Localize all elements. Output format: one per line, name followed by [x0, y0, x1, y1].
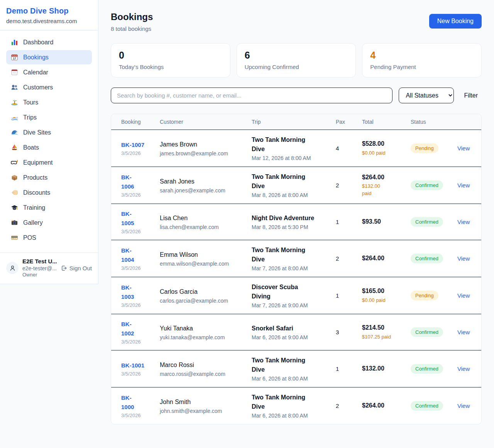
- booking-date: 3/5/2026: [121, 150, 147, 156]
- booking-id-link[interactable]: BK-1006: [121, 173, 134, 191]
- booking-date: 3/5/2026: [121, 192, 147, 198]
- main-content: Bookings 8 total bookings New Booking 0 …: [98, 0, 494, 437]
- booking-date: 3/5/2026: [121, 229, 147, 234]
- sidebar-item-label: Training: [23, 204, 45, 211]
- sidebar-item-pos[interactable]: POS: [6, 231, 92, 245]
- status-badge: Confirmed: [411, 180, 443, 190]
- paid-amount: $132.00paid: [362, 183, 398, 197]
- sidebar-item-label: Calendar: [23, 69, 48, 76]
- booking-id-link[interactable]: BK-1005: [121, 209, 134, 228]
- user-name: E2E Test U...: [22, 258, 57, 265]
- speedboat-icon: [11, 114, 18, 121]
- status-badge: Confirmed: [411, 401, 443, 411]
- column-header-booking: Booking: [111, 114, 154, 130]
- total-amount: $93.50: [362, 217, 398, 226]
- pax-count: 2: [330, 167, 356, 204]
- sidebar-item-calendar[interactable]: Calendar: [6, 65, 92, 79]
- credit-card-icon: [11, 234, 18, 241]
- sidebar-header: Demo Dive Shop demo.test.divestreams.com: [0, 0, 98, 30]
- trip-name: Two Tank MorningDive: [252, 246, 323, 264]
- paid-amount: $0.00 paid: [362, 150, 398, 157]
- trip-name: Night Dive Adventure: [252, 214, 323, 223]
- customer-email: lisa.chen@example.com: [160, 224, 239, 230]
- search-input[interactable]: [111, 88, 392, 103]
- column-header-actions: [451, 114, 481, 130]
- table-row: BK-1003 3/5/2026 Carlos Garcia carlos.ga…: [111, 277, 481, 314]
- filter-button[interactable]: Filter: [460, 92, 482, 99]
- status-badge: Confirmed: [411, 327, 443, 337]
- pax-count: 1: [330, 350, 356, 387]
- sidebar-item-label: POS: [23, 234, 36, 241]
- customer-name: James Brown: [160, 140, 239, 149]
- sidebar-item-bookings[interactable]: 17 Bookings: [6, 50, 92, 64]
- view-link[interactable]: View: [457, 182, 470, 189]
- trip-datetime: Mar 8, 2026 at 5:30 PM: [252, 224, 323, 230]
- person-icon: [9, 265, 16, 271]
- customer-name: Marco Rossi: [160, 360, 239, 370]
- trip-datetime: Mar 6, 2026 at 9:00 AM: [252, 334, 323, 340]
- table-header-row: BookingCustomerTripPaxTotalStatus: [111, 114, 481, 130]
- paid-amount: $0.00 paid: [362, 297, 398, 304]
- customer-name: John Smith: [160, 397, 239, 407]
- booking-date: 3/5/2026: [121, 339, 147, 345]
- booking-id-link[interactable]: BK-1001: [121, 361, 144, 370]
- view-link[interactable]: View: [457, 329, 470, 335]
- view-link[interactable]: View: [457, 365, 470, 372]
- sidebar-item-tours[interactable]: Tours: [6, 95, 92, 109]
- new-booking-button[interactable]: New Booking: [429, 14, 482, 29]
- user-role: Owner: [22, 272, 57, 278]
- avatar: [6, 262, 19, 274]
- shop-domain: demo.test.divestreams.com: [6, 18, 92, 24]
- users-icon: [11, 84, 18, 91]
- booking-id-link[interactable]: BK-1000: [121, 393, 134, 412]
- sidebar-item-training[interactable]: Training: [6, 200, 92, 215]
- booking-id-link[interactable]: BK-1007: [121, 140, 144, 150]
- status-select[interactable]: All Statuses: [399, 88, 454, 103]
- sidebar-item-label: Boats: [23, 144, 39, 151]
- view-link[interactable]: View: [457, 403, 470, 409]
- wave-icon: [11, 129, 18, 136]
- booking-id-link[interactable]: BK-1003: [121, 283, 134, 301]
- customer-email: emma.wilson@example.com: [160, 261, 239, 267]
- table-row: BK-1001 3/5/2026 Marco Rossi marco.rossi…: [111, 350, 481, 387]
- total-amount: $165.00: [362, 287, 398, 295]
- total-amount: $264.00: [362, 254, 398, 263]
- sidebar-item-dive-sites[interactable]: Dive Sites: [6, 125, 92, 140]
- view-link[interactable]: View: [457, 219, 470, 225]
- sign-out-button[interactable]: Sign Out: [61, 265, 92, 271]
- sidebar-item-label: Bookings: [23, 54, 49, 61]
- dive-mask-icon: [11, 159, 18, 166]
- booking-id-link[interactable]: BK-1004: [121, 246, 134, 264]
- sidebar-item-boats[interactable]: Boats: [6, 140, 92, 155]
- sidebar-item-dashboard[interactable]: Dashboard: [6, 35, 92, 49]
- sidebar-item-gallery[interactable]: Gallery: [6, 216, 92, 230]
- user-info: E2E Test U... e2e-tester@... Owner: [22, 258, 57, 278]
- sidebar-item-trips[interactable]: Trips: [6, 110, 92, 125]
- total-amount: $264.00: [362, 173, 398, 182]
- stat-label: Today's Bookings: [119, 64, 222, 70]
- sidebar: Demo Dive Shop demo.test.divestreams.com…: [0, 0, 98, 284]
- pax-count: 1: [330, 277, 356, 314]
- tear-calendar-icon: [11, 69, 18, 76]
- trip-datetime: Mar 7, 2026 at 8:00 AM: [252, 265, 323, 271]
- sailboat-icon: [11, 144, 18, 151]
- page-header: Bookings 8 total bookings New Booking: [111, 12, 482, 32]
- sidebar-item-customers[interactable]: Customers: [6, 80, 92, 94]
- calendar-date-icon: 17: [11, 54, 18, 61]
- logout-icon: [61, 265, 67, 271]
- view-link[interactable]: View: [457, 145, 470, 152]
- sidebar-item-equipment[interactable]: Equipment: [6, 155, 92, 170]
- table-row: BK-1007 3/5/2026 James Brown james.brown…: [111, 130, 481, 167]
- sidebar-item-products[interactable]: Products: [6, 170, 92, 185]
- bookings-table-card: BookingCustomerTripPaxTotalStatus BK-100…: [111, 114, 482, 424]
- sidebar-nav: Dashboard 17 Bookings Calendar Customers…: [0, 30, 98, 253]
- view-link[interactable]: View: [457, 292, 470, 299]
- view-link[interactable]: View: [457, 255, 470, 262]
- customer-name: Sarah Jones: [160, 177, 239, 186]
- sidebar-item-discounts[interactable]: Discounts: [6, 185, 92, 200]
- column-header-pax: Pax: [330, 114, 356, 130]
- stat-value: 0: [119, 50, 222, 61]
- booking-id-link[interactable]: BK-1002: [121, 320, 134, 338]
- status-badge: Confirmed: [411, 217, 443, 227]
- sidebar-item-label: Customers: [23, 84, 53, 91]
